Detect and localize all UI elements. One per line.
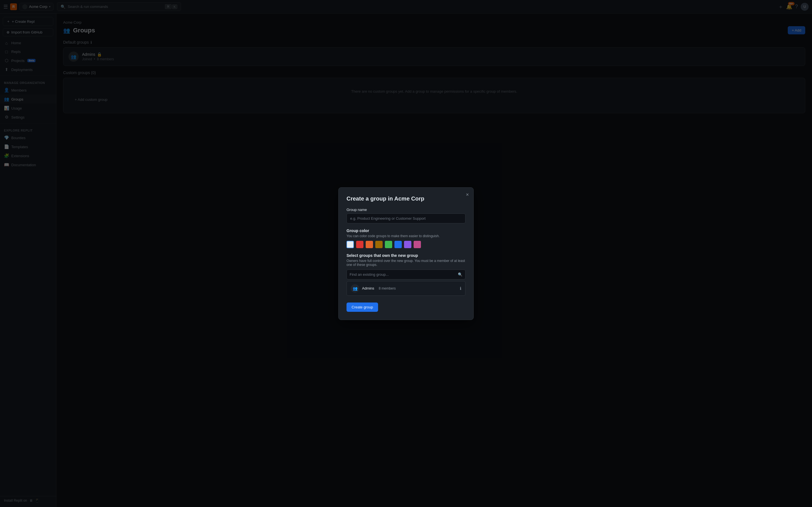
color-swatch-pink[interactable] <box>414 241 421 248</box>
color-swatch-purple[interactable] <box>404 241 411 248</box>
owner-title: Select groups that own the new group <box>347 253 465 258</box>
result-avatar: 👥 <box>351 284 359 293</box>
modal-overlay[interactable]: × Create a group in Acme Corp Group name… <box>0 0 812 507</box>
color-swatch-orange[interactable] <box>366 241 373 248</box>
group-search-input[interactable] <box>350 270 458 279</box>
color-swatch-red[interactable] <box>356 241 363 248</box>
app-container: ☰ R Acme Corp ▾ 🔍 Search & run commands … <box>0 0 812 507</box>
group-name-label: Group name <box>347 208 465 212</box>
modal-title: Create a group in Acme Corp <box>347 195 465 202</box>
result-count: 8 members <box>378 286 396 290</box>
color-swatch-yellow[interactable] <box>375 241 383 248</box>
result-name: Admins <box>362 286 374 290</box>
color-swatch-blue[interactable] <box>395 241 402 248</box>
group-name-input[interactable] <box>347 214 465 223</box>
result-info-icon[interactable]: ℹ <box>460 286 461 291</box>
group-color-subtitle: You can color code groups to make them e… <box>347 234 465 238</box>
group-color-section: Group color You can color code groups to… <box>347 228 465 248</box>
color-swatch-white[interactable] <box>347 241 354 248</box>
group-search-icon: 🔍 <box>458 272 462 277</box>
owner-subtitle: Owners have full control over the new gr… <box>347 259 465 267</box>
owner-groups-section: Select groups that own the new group Own… <box>347 253 465 296</box>
create-group-button[interactable]: Create group <box>347 302 378 312</box>
group-result-list: 👥 Admins 8 members ℹ <box>347 281 465 296</box>
group-name-section: Group name <box>347 208 465 223</box>
create-group-label: Create group <box>352 305 373 309</box>
color-swatches <box>347 241 465 248</box>
color-swatch-green[interactable] <box>385 241 392 248</box>
group-search-wrapper: 🔍 <box>347 270 465 279</box>
create-group-modal: × Create a group in Acme Corp Group name… <box>338 187 474 320</box>
modal-close-button[interactable]: × <box>466 192 469 197</box>
group-color-title: Group color <box>347 228 465 233</box>
group-result-admins[interactable]: 👥 Admins 8 members ℹ <box>347 281 465 296</box>
